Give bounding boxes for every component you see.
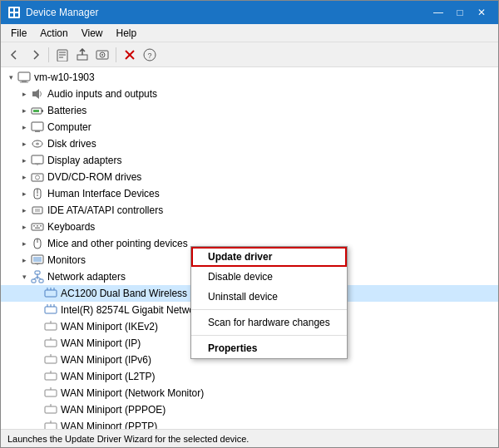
device-tree[interactable]: vm-w10-1903 Audio inputs and outputs Bat… (1, 67, 498, 429)
expand-mice[interactable] (17, 237, 31, 250)
ctx-update-driver-label: Update driver (208, 251, 272, 263)
svg-line-55 (37, 277, 42, 279)
wan-ikev2-label: WAN Miniport (IKEv2) (61, 321, 158, 332)
ctx-sep-2 (191, 335, 347, 336)
tree-item-hid[interactable]: Human Interface Devices (1, 185, 498, 202)
wan-l2tp-label: WAN Miniport (L2TP) (61, 371, 156, 382)
maximize-button[interactable]: □ (450, 4, 470, 21)
monitors-label: Monitors (47, 254, 86, 266)
ctx-sep-1 (191, 309, 347, 310)
menu-view[interactable]: View (75, 26, 110, 41)
batteries-label: Batteries (47, 105, 86, 116)
wan-pptp-icon (44, 420, 57, 429)
tree-item-audio[interactable]: Audio inputs and outputs (1, 86, 498, 102)
audio-icon (31, 87, 44, 101)
close-button[interactable]: ✕ (472, 4, 492, 21)
svg-rect-20 (32, 91, 36, 96)
tree-item-keyboards[interactable]: Keyboards (1, 219, 498, 235)
expand-computer[interactable] (17, 121, 31, 134)
svg-point-12 (101, 54, 103, 56)
svg-rect-4 (15, 13, 18, 17)
wan-monitor-icon (44, 386, 57, 400)
tree-item-wan-pppoe[interactable]: WAN Miniport (PPPOE) (1, 401, 498, 418)
expand-network[interactable] (17, 270, 31, 283)
toolbar-back-btn[interactable] (6, 46, 24, 64)
toolbar-properties-btn[interactable] (53, 46, 72, 64)
ctx-scan[interactable]: Scan for hardware changes (191, 313, 347, 332)
network-label: Network adapters (47, 271, 126, 283)
expand-wan-l2tp (31, 370, 44, 383)
toolbar-uninstall-btn[interactable] (121, 46, 139, 64)
menu-file[interactable]: File (4, 26, 33, 41)
tree-item-display[interactable]: Display adapters (1, 152, 498, 169)
expand-dvd[interactable] (17, 170, 31, 184)
svg-rect-76 (45, 423, 57, 429)
status-text: Launches the Update Driver Wizard for th… (7, 434, 249, 444)
title-bar-controls: — □ ✕ (428, 4, 492, 21)
window-title: Device Manager (26, 7, 98, 18)
tree-item-dvd[interactable]: DVD/CD-ROM drives (1, 169, 498, 185)
wan-pppoe-label: WAN Miniport (PPPOE) (61, 404, 166, 416)
toolbar-help-btn[interactable]: ? (141, 46, 159, 64)
expand-root[interactable] (4, 71, 17, 84)
audio-label: Audio inputs and outputs (47, 88, 157, 100)
tree-item-ide[interactable]: IDE ATA/ATAPI controllers (1, 202, 498, 219)
svg-rect-43 (35, 228, 40, 229)
ctx-uninstall-device[interactable]: Uninstall device (191, 287, 347, 307)
dvd-icon (31, 170, 44, 184)
svg-point-27 (36, 143, 39, 145)
tree-item-diskdrives[interactable]: Disk drives (1, 135, 498, 152)
context-menu: Update driver Disable device Uninstall d… (190, 246, 348, 359)
menu-help[interactable]: Help (110, 26, 144, 41)
tree-item-computer[interactable]: Computer (1, 119, 498, 135)
toolbar-forward-btn[interactable] (26, 46, 44, 64)
tree-item-wan-monitor[interactable]: WAN Miniport (Network Monitor) (1, 385, 498, 401)
wan-l2tp-icon (44, 370, 57, 383)
toolbar-update-driver-btn[interactable] (73, 46, 91, 64)
expand-audio[interactable] (17, 87, 31, 101)
expand-monitors[interactable] (17, 254, 31, 267)
ctx-disable-device[interactable]: Disable device (191, 267, 347, 287)
computer-label: Computer (47, 121, 91, 133)
expand-batteries[interactable] (17, 104, 31, 117)
mouse-icon (31, 237, 44, 250)
device-manager-window: Device Manager — □ ✕ File Action View He… (0, 0, 499, 448)
minimize-button[interactable]: — (428, 4, 448, 21)
ctx-properties-label: Properties (208, 342, 257, 354)
expand-wan-ikev2 (31, 320, 44, 333)
wan-ipv6-label: WAN Miniport (IPv6) (61, 354, 151, 366)
menu-action[interactable]: Action (33, 26, 74, 41)
svg-rect-64 (45, 323, 57, 330)
svg-rect-52 (39, 279, 43, 283)
keyboards-label: Keyboards (47, 221, 95, 233)
title-bar: Device Manager — □ ✕ (1, 1, 498, 24)
wan-ip-icon (44, 337, 57, 350)
expand-keyboards[interactable] (17, 220, 31, 234)
expand-wan-ip (31, 337, 44, 350)
svg-rect-23 (33, 110, 39, 112)
toolbar-scan-btn[interactable] (93, 46, 111, 64)
expand-hid[interactable] (17, 187, 31, 200)
expand-wan-monitor (31, 386, 44, 400)
tree-item-wan-l2tp[interactable]: WAN Miniport (L2TP) (1, 368, 498, 385)
tree-item-root[interactable]: vm-w10-1903 (1, 69, 498, 86)
tree-item-batteries[interactable]: Batteries (1, 102, 498, 119)
expand-display[interactable] (17, 154, 31, 167)
ctx-update-driver[interactable]: Update driver (191, 247, 347, 267)
monitor-icon (31, 254, 44, 267)
wan-ipv6-icon (44, 353, 57, 367)
expand-ide[interactable] (17, 204, 31, 217)
expand-diskdrives[interactable] (17, 137, 31, 150)
svg-line-54 (34, 277, 38, 279)
expand-intel (31, 303, 44, 317)
hid-icon (31, 187, 44, 200)
tree-item-wan-pptp[interactable]: WAN Miniport (PPTP) (1, 418, 498, 429)
tree-root-label: vm-w10-1903 (34, 71, 95, 83)
svg-rect-25 (35, 130, 40, 132)
svg-rect-49 (33, 257, 42, 262)
ctx-properties[interactable]: Properties (191, 338, 347, 358)
ide-label: IDE ATA/ATAPI controllers (47, 204, 163, 216)
svg-rect-24 (32, 122, 43, 130)
svg-rect-42 (40, 225, 42, 227)
svg-rect-74 (45, 406, 57, 413)
